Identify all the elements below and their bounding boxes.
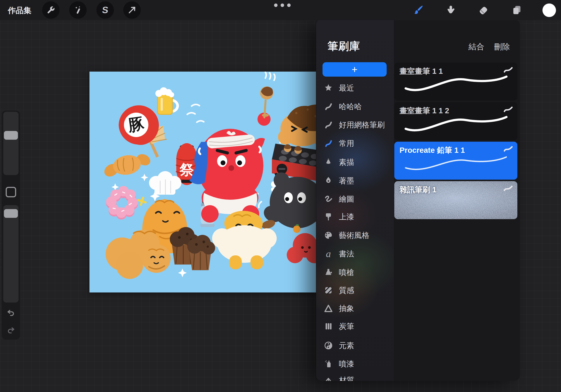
signature-stroke-icon	[503, 185, 513, 192]
signature-stroke-icon	[503, 145, 513, 152]
color-picker-button[interactable]	[542, 3, 556, 17]
letter-a-icon: a	[324, 249, 333, 259]
paint-brush-icon	[413, 4, 424, 16]
magic-wand-icon	[74, 6, 82, 14]
plus-icon: +	[352, 64, 358, 75]
top-toolbar: 作品集 S	[0, 0, 561, 20]
category-artistic[interactable]: 藝術風格	[316, 226, 394, 244]
brush-tool-button[interactable]	[410, 1, 427, 19]
category-elements[interactable]: 元素	[316, 336, 394, 355]
artwork-illustration: 豚 祭	[89, 72, 316, 293]
brush-opacity-slider[interactable]	[3, 205, 19, 303]
selection-button[interactable]: S	[97, 1, 114, 19]
brush-tile-selected[interactable]: Procreate 鉛筆 1 1	[394, 142, 517, 180]
transform-arrow-icon	[128, 6, 136, 14]
paintbrush-icon	[324, 212, 333, 221]
selection-s-icon: S	[101, 5, 109, 15]
triangle-icon	[324, 304, 333, 313]
palette-icon	[324, 230, 333, 240]
procreate-app: 豚 祭	[0, 0, 561, 392]
brush-opacity-handle[interactable]	[4, 209, 18, 218]
brush-stroke-icon	[324, 139, 333, 148]
brush-name: Procreate 鉛筆 1 1	[399, 145, 465, 155]
texture-square-icon	[324, 285, 333, 295]
actions-button[interactable]	[42, 1, 60, 19]
modify-button[interactable]	[6, 187, 16, 197]
brush-tile[interactable]: 畫室畫筆 1 1	[394, 63, 517, 101]
eraser-icon	[479, 5, 489, 15]
category-common-selected[interactable]: 常用	[316, 134, 394, 152]
transform-button[interactable]	[123, 1, 141, 19]
category-sketching[interactable]: 素描	[316, 153, 394, 171]
drawing-canvas[interactable]: 豚 祭	[89, 72, 316, 293]
pencil-tip-icon	[324, 157, 333, 167]
fan-character: 豚	[127, 114, 146, 135]
category-calligraphy[interactable]: a 書法	[316, 245, 394, 263]
undo-icon	[7, 308, 15, 317]
brush-size-handle[interactable]	[4, 131, 18, 140]
gallery-button[interactable]: 作品集	[8, 5, 32, 16]
category-hahaha[interactable]: 哈哈哈	[316, 97, 394, 116]
category-airbrushing[interactable]: 噴槍	[316, 263, 394, 282]
category-grid-brushes[interactable]: 好用網格筆刷	[316, 116, 394, 134]
brush-name: 畫室畫筆 1 1 2	[399, 106, 449, 116]
category-recent[interactable]: 最近	[316, 79, 394, 97]
brush-size-slider[interactable]	[3, 112, 19, 175]
brush-name: 畫室畫筆 1 1	[399, 66, 443, 76]
category-inking[interactable]: 著墨	[316, 172, 394, 190]
yin-yang-icon	[324, 341, 333, 350]
redo-icon	[7, 326, 15, 334]
brush-name: 雜訊筆刷 1	[399, 185, 436, 195]
star-icon	[324, 83, 333, 93]
category-painting[interactable]: 上漆	[316, 207, 394, 226]
scribble-icon	[324, 194, 333, 204]
lantern-character: 祭	[179, 162, 194, 178]
airbrush-icon	[324, 268, 333, 277]
brush-library-panel: 筆刷庫 結合 刪除 + 最近 哈哈哈 好用網格筆刷	[316, 19, 520, 381]
more-options-icon[interactable]	[274, 3, 291, 7]
layers-icon	[511, 5, 522, 15]
brush-sidebar	[2, 110, 20, 340]
spray-can-icon	[324, 359, 333, 369]
brush-stroke-icon	[324, 120, 333, 130]
add-brush-set-button[interactable]: +	[323, 62, 387, 76]
brush-stroke-icon	[324, 102, 333, 111]
category-textures[interactable]: 質感	[316, 281, 394, 299]
delete-button[interactable]: 刪除	[494, 42, 510, 52]
combine-button[interactable]: 結合	[468, 42, 484, 52]
layers-button[interactable]	[508, 1, 525, 19]
undo-button[interactable]	[7, 308, 15, 317]
brush-tile[interactable]: 雜訊筆刷 1	[394, 181, 517, 219]
category-abstract[interactable]: 抽象	[316, 299, 394, 317]
signature-stroke-icon	[503, 106, 513, 113]
panel-title: 筆刷庫	[327, 39, 360, 53]
smudge-tool-button[interactable]	[442, 1, 460, 19]
category-charcoal[interactable]: 炭筆	[316, 317, 394, 336]
redo-button[interactable]	[7, 326, 15, 334]
brush-tile[interactable]: 畫室畫筆 1 1 2	[394, 102, 517, 140]
eraser-tool-button[interactable]	[475, 1, 493, 19]
charcoal-bars-icon	[324, 322, 333, 331]
wrench-icon	[46, 6, 55, 14]
material-icon	[324, 375, 333, 381]
pen-nib-icon	[324, 176, 333, 185]
adjustments-button[interactable]	[69, 1, 87, 19]
smudge-finger-icon	[446, 5, 456, 15]
category-materials[interactable]: 材質	[316, 371, 394, 381]
category-spraypaints[interactable]: 噴漆	[316, 355, 394, 373]
signature-stroke-icon	[503, 66, 513, 74]
category-drawing[interactable]: 繪圖	[316, 190, 394, 208]
